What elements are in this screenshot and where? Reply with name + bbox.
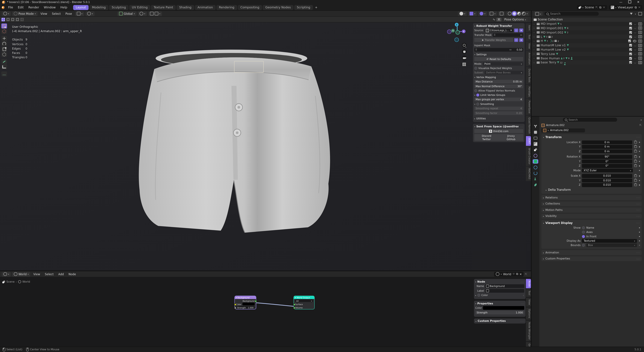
custom-properties-panel[interactable]: ▸Custom Properties:::: [541, 256, 642, 261]
workspace-tab-modeling[interactable]: Modeling [89, 5, 108, 10]
twitter-link[interactable]: Twitter [474, 137, 499, 141]
visualize-checkbox[interactable] [474, 67, 477, 70]
limit-groups-subtitle[interactable]: Limit Vertex Groups [480, 93, 505, 96]
mirror-butterfly-icon[interactable]: ∿ [493, 18, 495, 21]
transfer-weights-button[interactable]: ➤Transfer Weights [474, 38, 513, 42]
add-workspace-button[interactable]: + [313, 5, 320, 9]
utilities-subtitle[interactable]: Utilities [476, 117, 486, 120]
viewport-3d[interactable]: ▾ Pose Mode▾ View Select Pose ▾ ▾ Global… [0, 11, 531, 271]
outliner-row-humanm-low-v2[interactable]: › HumanM Low v2 [532, 47, 644, 52]
disable-render-icon[interactable] [638, 22, 642, 25]
select-mode-new-icon[interactable] [6, 17, 10, 21]
tab-tool-icon[interactable] [533, 124, 538, 128]
shader-editor-type-button[interactable]: ▾ [2, 272, 11, 276]
limit-groups-checkbox[interactable] [476, 93, 479, 96]
transfer-mask-field[interactable]: ⠿↔ [493, 33, 523, 37]
tab-tool[interactable]: Tool [526, 33, 531, 41]
scale-z-field[interactable]: 0.010 [582, 183, 632, 187]
world-output-node[interactable]: ▾World Output All▾ Surface Volume [294, 296, 314, 309]
exclude-checkbox[interactable] [629, 22, 632, 25]
menu-render[interactable]: Render [26, 5, 42, 10]
tab-item[interactable]: Item [526, 23, 531, 32]
hide-eye-icon[interactable] [634, 23, 636, 25]
tab-view[interactable]: View [526, 41, 531, 50]
website-button[interactable]: 3third3d.com [474, 129, 523, 133]
rotation-mode-dropdown[interactable]: XYZ Euler▾ [582, 168, 633, 172]
outliner-row-md-import-001[interactable]: › MD Import.001 8 [532, 26, 644, 30]
menu-window[interactable]: Window [42, 5, 58, 10]
menu-help[interactable]: Help [58, 5, 70, 10]
workspace-tab-layout[interactable]: Layout [73, 5, 88, 10]
max-normal-slider[interactable]: Max Normal Difference30° [474, 84, 523, 88]
settings-subtitle[interactable]: Settings [476, 53, 487, 56]
orientation-dropdown[interactable]: Global▾ [117, 11, 136, 16]
outliner-row-h[interactable]: › H 7 2 2 [532, 39, 644, 43]
select-mode-subtract-icon[interactable] [16, 17, 19, 21]
show-eye-icon[interactable] [633, 40, 636, 42]
mirror-x-button[interactable]: X [496, 17, 501, 21]
shader-menu-add[interactable]: Add [57, 272, 66, 276]
tool-cursor[interactable] [1, 29, 7, 34]
volume-input-socket[interactable] [293, 307, 295, 309]
mode-dropdown-field[interactable]: Point▾ [483, 62, 523, 66]
source-object-field[interactable]: CitizenLegs_LO...✕ [485, 28, 513, 32]
shader-menu-select[interactable]: Select [43, 272, 55, 276]
xray-toggle[interactable]: ▾ [488, 11, 497, 16]
render-region-icon[interactable] [498, 11, 505, 16]
show-name-checkbox[interactable] [582, 226, 585, 229]
inpaint-mask-field[interactable]: ⠿↔0.50 [474, 48, 523, 52]
background-color-swatch[interactable] [483, 306, 524, 310]
falloff-dropdown[interactable]: ▾ [75, 11, 84, 16]
shading-modes[interactable]: ▾ [506, 11, 529, 16]
outliner-row-terry-low[interactable]: › Terry Low [532, 52, 644, 56]
collections-panel[interactable]: ▸Collections:::: [541, 201, 642, 206]
properties-search-input[interactable]: Search [563, 118, 617, 122]
outliner-row-md-import-002[interactable]: › MD Import.002 2 [532, 30, 644, 35]
copy-datablock-icon[interactable]: ⧉ [516, 272, 518, 276]
clear-icon[interactable]: ✕ [510, 29, 512, 32]
discord-link[interactable]: Discord [474, 134, 499, 137]
fake-user-shield-icon[interactable]: ⛨ [513, 272, 515, 276]
expand-icon[interactable]: › [534, 23, 536, 25]
shader-tab-options[interactable]: Options [526, 307, 531, 320]
allow-flipped-checkbox[interactable] [474, 89, 477, 92]
active-tool-icon[interactable] [1, 17, 5, 21]
tab-bone-icon[interactable] [533, 183, 538, 187]
lock-icon[interactable] [634, 141, 637, 143]
brush-dropdown[interactable]: ▾ [85, 11, 94, 16]
tab-render-icon[interactable] [533, 130, 538, 134]
reset-defaults-button[interactable]: ↺Reset to Defaults [474, 57, 523, 61]
select-mode-intersect-icon[interactable] [20, 17, 24, 21]
motion-paths-panel[interactable]: ▸Motion Paths:::: [541, 208, 642, 212]
shading-material-icon[interactable] [517, 12, 521, 15]
viewport-menu-pose[interactable]: Pose [64, 11, 74, 16]
background-output-socket[interactable] [254, 300, 257, 302]
max-groups-slider[interactable]: Max groups per vertex4 [474, 97, 523, 101]
shading-solid-icon[interactable] [512, 12, 516, 15]
viewport-menu-view[interactable]: View [39, 11, 49, 16]
workspace-tab-rendering[interactable]: Rendering [216, 5, 237, 10]
color-swatch[interactable] [242, 303, 254, 305]
strength-input-socket[interactable] [234, 307, 236, 309]
snapping-dropdown[interactable]: ▾ [148, 11, 162, 16]
tab-powersave[interactable]: PowerSave [526, 99, 531, 115]
workspace-tab-scripting[interactable]: Scripting [294, 5, 313, 10]
animation-panel[interactable]: ▸Animation:::: [541, 250, 642, 255]
node-name-field[interactable]: Background [485, 284, 524, 288]
visibility-panel[interactable]: ▸Visibility:::: [541, 214, 642, 219]
select-mode-extend-icon[interactable] [11, 17, 14, 21]
relations-panel[interactable]: ▸Relations:::: [541, 195, 642, 200]
smoothing-factor-slider[interactable]: Smoothing factor0.20 [474, 111, 523, 115]
tab-sent[interactable]: SENT [526, 136, 531, 146]
node-label-field[interactable] [485, 289, 524, 293]
tab-world-icon[interactable] [533, 153, 538, 158]
node-custom-properties-panel[interactable]: ▸Custom Properties:::: [474, 319, 526, 324]
viewport-menu-select[interactable]: Select [50, 11, 62, 16]
sliders-icon[interactable]: ᚋ [523, 294, 524, 296]
shader-type-dropdown[interactable]: World▾ [12, 272, 30, 276]
shader-menu-node[interactable]: Node [67, 272, 78, 276]
bounds-checkbox[interactable] [582, 244, 585, 247]
mode-dropdown[interactable]: Pose Mode▾ [12, 11, 38, 16]
gizmo-z-axis[interactable]: Z [455, 23, 458, 26]
object-name-field[interactable]: ▾Armature.002 [541, 128, 585, 132]
